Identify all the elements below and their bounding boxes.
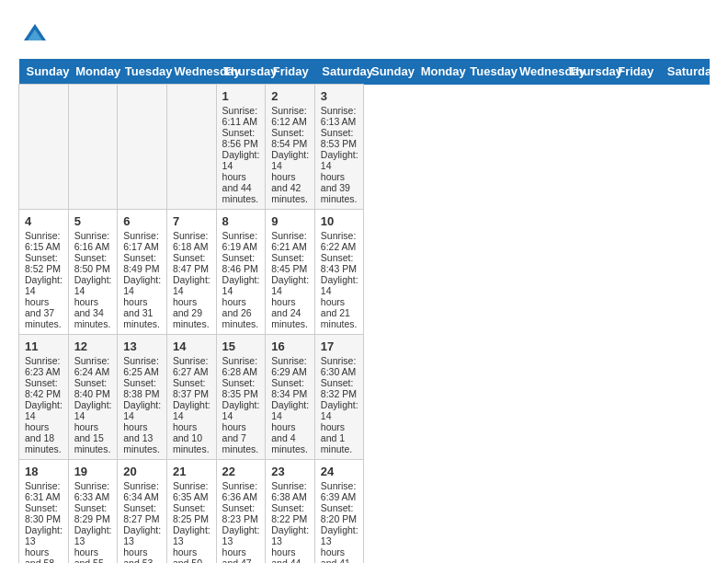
calendar-cell bbox=[166, 85, 216, 210]
calendar-cell: 11Sunrise: 6:23 AMSunset: 8:42 PMDayligh… bbox=[19, 335, 69, 460]
day-number: 4 bbox=[25, 214, 63, 228]
day-info-line: and 7 minutes. bbox=[222, 432, 260, 454]
calendar-cell bbox=[68, 85, 118, 210]
day-info-line: Sunset: 8:20 PM bbox=[321, 502, 358, 524]
day-info-line: Daylight: 14 hours bbox=[74, 399, 112, 432]
day-info-line: Sunset: 8:32 PM bbox=[321, 377, 358, 399]
day-info-line: Sunrise: 6:21 AM bbox=[271, 230, 309, 252]
day-info-line: Sunrise: 6:28 AM bbox=[222, 355, 260, 377]
day-number: 11 bbox=[25, 339, 63, 353]
day-info-line: Sunset: 8:25 PM bbox=[173, 502, 210, 524]
day-info-line: Sunset: 8:46 PM bbox=[222, 252, 260, 274]
day-info-line: Daylight: 14 hours bbox=[123, 274, 161, 307]
day-info-line: Sunrise: 6:22 AM bbox=[321, 230, 358, 252]
calendar-cell bbox=[19, 85, 69, 210]
day-number: 22 bbox=[222, 465, 260, 478]
day-info-line: and 42 minutes. bbox=[271, 182, 309, 204]
day-of-week-header: Monday bbox=[414, 59, 463, 85]
day-info-line: Sunset: 8:43 PM bbox=[321, 252, 358, 274]
day-number: 1 bbox=[222, 89, 260, 103]
day-of-week-header: Thursday bbox=[562, 59, 611, 85]
day-info-line: Sunrise: 6:11 AM bbox=[222, 105, 260, 127]
day-info-line: Sunset: 8:23 PM bbox=[222, 502, 260, 524]
day-info-line: and 4 minutes. bbox=[271, 432, 309, 454]
day-of-week-header: Saturday bbox=[660, 59, 710, 85]
day-info-line: Sunset: 8:27 PM bbox=[123, 502, 161, 524]
day-info-line: and 31 minutes. bbox=[123, 307, 161, 329]
day-info-line: Daylight: 14 hours bbox=[25, 274, 63, 307]
day-info-line: Sunset: 8:45 PM bbox=[271, 252, 309, 274]
calendar-header-row: SundayMondayTuesdayWednesdayThursdayFrid… bbox=[19, 59, 710, 85]
day-info-line: Sunset: 8:34 PM bbox=[271, 377, 309, 399]
calendar-week-row: 11Sunrise: 6:23 AMSunset: 8:42 PMDayligh… bbox=[19, 335, 710, 460]
day-info-line: Sunset: 8:22 PM bbox=[271, 502, 309, 524]
calendar-cell: 21Sunrise: 6:35 AMSunset: 8:25 PMDayligh… bbox=[166, 460, 216, 564]
calendar-cell: 10Sunrise: 6:22 AMSunset: 8:43 PMDayligh… bbox=[314, 210, 364, 335]
calendar-cell: 5Sunrise: 6:16 AMSunset: 8:50 PMDaylight… bbox=[68, 210, 118, 335]
calendar-table: SundayMondayTuesdayWednesdayThursdayFrid… bbox=[18, 59, 710, 563]
day-info-line: Sunrise: 6:33 AM bbox=[74, 480, 112, 502]
calendar-cell: 13Sunrise: 6:25 AMSunset: 8:38 PMDayligh… bbox=[118, 335, 167, 460]
day-info-line: Sunset: 8:56 PM bbox=[222, 127, 260, 149]
day-info-line: Sunset: 8:37 PM bbox=[173, 377, 210, 399]
day-number: 3 bbox=[321, 89, 358, 103]
day-of-week-header: Thursday bbox=[216, 59, 266, 85]
day-number: 5 bbox=[74, 214, 112, 228]
day-info-line: Sunset: 8:54 PM bbox=[271, 127, 309, 149]
day-info-line: Daylight: 13 hours bbox=[123, 524, 161, 557]
day-info-line: Sunrise: 6:39 AM bbox=[321, 480, 358, 502]
logo-icon bbox=[22, 20, 48, 50]
calendar-week-row: 18Sunrise: 6:31 AMSunset: 8:30 PMDayligh… bbox=[19, 460, 710, 564]
day-info-line: Sunrise: 6:36 AM bbox=[222, 480, 260, 502]
calendar-cell: 22Sunrise: 6:36 AMSunset: 8:23 PMDayligh… bbox=[216, 460, 266, 564]
day-info-line: and 29 minutes. bbox=[173, 307, 210, 329]
day-info-line: Daylight: 14 hours bbox=[123, 399, 161, 432]
day-info-line: Daylight: 14 hours bbox=[74, 274, 112, 307]
day-number: 19 bbox=[74, 465, 112, 478]
calendar-cell: 9Sunrise: 6:21 AMSunset: 8:45 PMDaylight… bbox=[266, 210, 315, 335]
day-info-line: Sunrise: 6:17 AM bbox=[123, 230, 161, 252]
day-number: 21 bbox=[173, 465, 210, 478]
day-number: 17 bbox=[321, 339, 358, 353]
day-info-line: Sunrise: 6:29 AM bbox=[271, 355, 309, 377]
day-of-week-header: Sunday bbox=[364, 59, 414, 85]
calendar-cell: 24Sunrise: 6:39 AMSunset: 8:20 PMDayligh… bbox=[314, 460, 364, 564]
day-info-line: and 53 minutes. bbox=[123, 557, 161, 563]
calendar-cell: 3Sunrise: 6:13 AMSunset: 8:53 PMDaylight… bbox=[314, 85, 364, 210]
day-info-line: Sunrise: 6:19 AM bbox=[222, 230, 260, 252]
calendar-cell: 8Sunrise: 6:19 AMSunset: 8:46 PMDaylight… bbox=[216, 210, 266, 335]
day-info-line: Daylight: 14 hours bbox=[271, 399, 309, 432]
day-info-line: and 50 minutes. bbox=[173, 557, 210, 563]
day-info-line: Sunrise: 6:13 AM bbox=[321, 105, 358, 127]
day-info-line: Sunrise: 6:35 AM bbox=[173, 480, 210, 502]
day-info-line: Sunset: 8:40 PM bbox=[74, 377, 112, 399]
day-info-line: and 37 minutes. bbox=[25, 307, 63, 329]
day-info-line: Sunset: 8:29 PM bbox=[74, 502, 112, 524]
calendar-cell: 18Sunrise: 6:31 AMSunset: 8:30 PMDayligh… bbox=[19, 460, 69, 564]
day-of-week-header: Wednesday bbox=[512, 59, 562, 85]
day-info-line: and 15 minutes. bbox=[74, 432, 112, 454]
day-info-line: Sunset: 8:30 PM bbox=[25, 502, 63, 524]
day-of-week-header: Wednesday bbox=[166, 59, 216, 85]
day-of-week-header: Monday bbox=[68, 59, 118, 85]
day-info-line: Sunrise: 6:23 AM bbox=[25, 355, 63, 377]
calendar-cell: 20Sunrise: 6:34 AMSunset: 8:27 PMDayligh… bbox=[118, 460, 167, 564]
day-info-line: and 55 minutes. bbox=[74, 557, 112, 563]
day-info-line: and 44 minutes. bbox=[222, 182, 260, 204]
calendar-cell: 17Sunrise: 6:30 AMSunset: 8:32 PMDayligh… bbox=[314, 335, 364, 460]
day-number: 7 bbox=[173, 214, 210, 228]
day-info-line: Sunrise: 6:12 AM bbox=[271, 105, 309, 127]
day-info-line: Daylight: 13 hours bbox=[271, 524, 309, 557]
page-header bbox=[18, 18, 710, 50]
logo bbox=[18, 18, 48, 50]
day-info-line: Daylight: 14 hours bbox=[271, 149, 309, 182]
day-number: 13 bbox=[123, 339, 161, 353]
day-info-line: Sunrise: 6:30 AM bbox=[321, 355, 358, 377]
calendar-cell: 15Sunrise: 6:28 AMSunset: 8:35 PMDayligh… bbox=[216, 335, 266, 460]
day-info-line: Sunrise: 6:24 AM bbox=[74, 355, 112, 377]
day-info-line: Daylight: 13 hours bbox=[321, 524, 358, 557]
day-info-line: Sunrise: 6:15 AM bbox=[25, 230, 63, 252]
day-info-line: and 13 minutes. bbox=[123, 432, 161, 454]
day-number: 9 bbox=[271, 214, 309, 228]
day-number: 2 bbox=[271, 89, 309, 103]
